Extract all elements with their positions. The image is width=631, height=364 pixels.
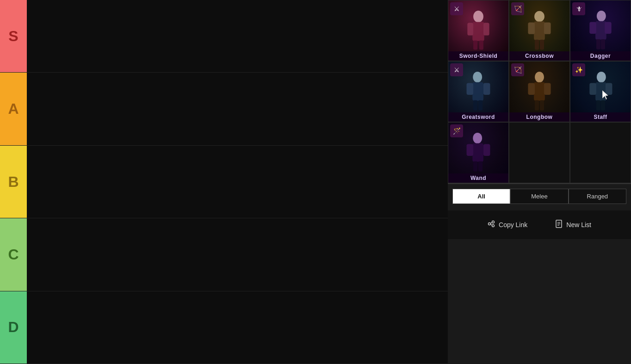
weapon-card-sword-shield[interactable]: ⚔ Sword-Shield <box>448 0 509 61</box>
tier-row-d: D <box>0 291 448 364</box>
svg-rect-17 <box>601 39 605 49</box>
svg-point-6 <box>534 11 544 22</box>
tier-content-a[interactable] <box>27 73 448 145</box>
svg-rect-27 <box>544 83 551 94</box>
weapon-icon-greatsword: ⚔ <box>450 63 463 76</box>
svg-line-47 <box>491 224 492 225</box>
copy-link-label: Copy Link <box>499 221 527 228</box>
weapon-icon-wand: 🪄 <box>450 124 463 137</box>
weapon-card-staff[interactable]: ✨ Staff <box>570 61 631 122</box>
svg-rect-22 <box>473 100 477 111</box>
svg-point-12 <box>597 11 606 22</box>
svg-point-24 <box>535 72 544 83</box>
svg-line-46 <box>491 222 492 223</box>
svg-rect-7 <box>534 22 545 40</box>
weapon-card-longbow[interactable]: 🏹 Longbow <box>509 61 570 122</box>
svg-rect-38 <box>472 143 483 162</box>
weapon-icon-staff: ✨ <box>572 63 585 76</box>
svg-rect-5 <box>479 41 483 50</box>
filter-melee[interactable]: Melee <box>510 189 568 204</box>
weapon-card-wand[interactable]: 🪄 Wand <box>448 122 509 183</box>
filter-ranged[interactable]: Ranged <box>569 189 626 204</box>
svg-rect-39 <box>467 144 474 155</box>
svg-rect-34 <box>596 100 600 111</box>
svg-rect-14 <box>589 22 596 33</box>
copy-link-button[interactable]: Copy Link <box>474 216 541 234</box>
filter-all[interactable]: All <box>452 189 510 204</box>
svg-rect-40 <box>483 144 490 155</box>
tier-content-s[interactable] <box>27 0 448 72</box>
weapon-icon-sword-shield: ⚔ <box>450 2 463 15</box>
weapon-icon-crossbow: 🏹 <box>511 2 524 15</box>
svg-rect-33 <box>606 83 612 94</box>
svg-rect-31 <box>595 82 606 101</box>
weapon-card-greatsword[interactable]: ⚔ Greatsword <box>448 61 509 122</box>
tier-row-b: B <box>0 146 448 218</box>
tier-content-c[interactable] <box>27 218 448 290</box>
svg-point-18 <box>473 72 482 83</box>
grid-empty-1 <box>509 122 570 183</box>
weapon-name-wand: Wand <box>448 173 508 183</box>
tier-content-b[interactable] <box>27 146 448 218</box>
svg-rect-23 <box>478 100 483 111</box>
svg-rect-3 <box>483 23 489 35</box>
weapon-icon-dagger: 🗡 <box>572 2 585 15</box>
svg-rect-21 <box>483 83 490 94</box>
svg-rect-35 <box>601 100 605 111</box>
tier-row-a: A <box>0 73 448 145</box>
svg-rect-10 <box>535 40 539 50</box>
svg-rect-41 <box>473 161 477 172</box>
svg-rect-42 <box>478 161 483 172</box>
svg-rect-25 <box>534 82 545 101</box>
weapon-name-staff: Staff <box>570 112 631 122</box>
svg-point-43 <box>489 223 491 225</box>
svg-point-37 <box>473 133 482 144</box>
tier-row-s: S <box>0 0 448 73</box>
svg-rect-26 <box>528 83 535 94</box>
tier-label-c: C <box>0 218 27 290</box>
svg-rect-4 <box>473 41 477 50</box>
copy-link-icon <box>488 220 495 229</box>
svg-rect-11 <box>540 40 544 50</box>
svg-point-0 <box>473 11 483 22</box>
tier-row-c: C <box>0 218 448 291</box>
tier-list: S A B C D <box>0 0 448 364</box>
svg-point-45 <box>492 225 495 227</box>
svg-rect-32 <box>589 83 596 94</box>
new-list-icon <box>555 220 563 230</box>
tier-label-d: D <box>0 291 27 364</box>
sidebar: ⚔ Sword-Shield 🏹 Crossbow <box>448 0 631 364</box>
filter-bar: All Melee Ranged <box>448 184 631 209</box>
tier-label-a: A <box>0 73 27 145</box>
weapon-name-longbow: Longbow <box>509 112 569 122</box>
tier-label-b: B <box>0 146 27 218</box>
svg-point-30 <box>597 72 606 83</box>
tier-content-d[interactable] <box>27 291 448 364</box>
weapon-card-dagger[interactable]: 🗡 Dagger <box>570 0 631 61</box>
svg-rect-15 <box>605 22 612 33</box>
svg-point-44 <box>492 221 495 223</box>
new-list-label: New List <box>566 221 591 228</box>
weapon-name-crossbow: Crossbow <box>509 51 569 61</box>
weapon-card-crossbow[interactable]: 🏹 Crossbow <box>509 0 570 61</box>
weapon-name-greatsword: Greatsword <box>448 112 508 122</box>
svg-rect-1 <box>472 22 484 41</box>
svg-rect-2 <box>467 23 473 35</box>
action-bar: Copy Link New List <box>448 210 631 239</box>
svg-rect-9 <box>544 22 551 34</box>
svg-rect-20 <box>467 83 474 94</box>
svg-rect-29 <box>540 100 544 111</box>
svg-rect-16 <box>596 39 600 49</box>
svg-rect-8 <box>528 22 535 34</box>
weapon-icon-longbow: 🏹 <box>511 63 524 76</box>
weapon-grid: ⚔ Sword-Shield 🏹 Crossbow <box>448 0 631 184</box>
svg-rect-28 <box>535 100 539 111</box>
svg-rect-19 <box>472 82 483 101</box>
tier-label-s: S <box>0 0 27 72</box>
weapon-name-sword-shield: Sword-Shield <box>448 51 508 61</box>
grid-empty-2 <box>570 122 631 183</box>
weapon-name-dagger: Dagger <box>570 51 631 61</box>
new-list-button[interactable]: New List <box>541 215 605 234</box>
